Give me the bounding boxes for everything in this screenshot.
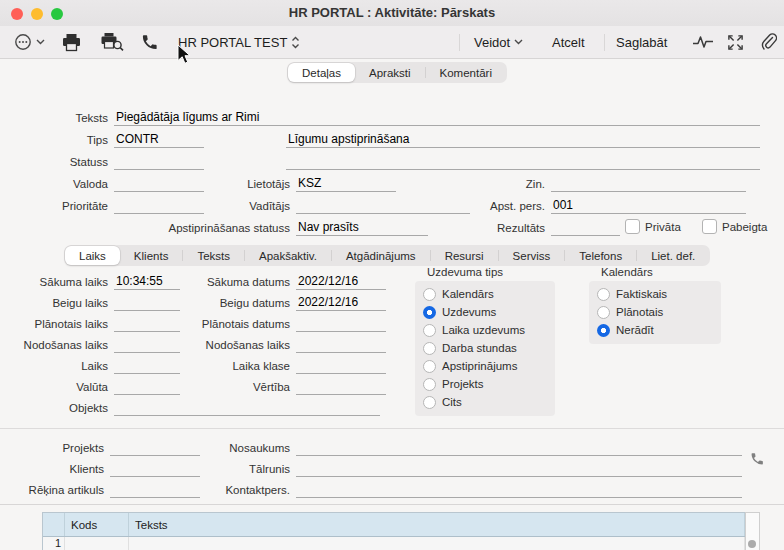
talrunis-input[interactable] [296, 461, 742, 477]
planotais-laiks-input[interactable] [114, 316, 180, 332]
close-button[interactable] [11, 8, 23, 20]
call-button[interactable] [141, 26, 158, 58]
apst-pers-input[interactable]: 001 [551, 198, 746, 214]
sakuma-datums-label: Sākuma datums [186, 275, 296, 290]
subtab-resursi[interactable]: Resursi [431, 246, 498, 265]
dial-button[interactable] [750, 452, 764, 470]
vertiba-label: Vērtība [186, 380, 296, 395]
attachment-button[interactable] [761, 26, 777, 58]
subtab-atgadinajums[interactable]: Atgādinājums [332, 246, 430, 265]
create-dropdown[interactable]: Veidot [474, 26, 523, 58]
subtab-teksts[interactable]: Teksts [183, 246, 244, 265]
table-scrollbar[interactable] [745, 512, 760, 550]
save-button[interactable]: Saglabāt [616, 26, 667, 58]
scrollbar-thumb[interactable] [748, 540, 756, 548]
valoda-label: Valoda [8, 177, 114, 192]
pabeigta-checkbox[interactable]: Pabeigta [702, 219, 767, 234]
statuss-input[interactable] [114, 154, 204, 170]
planotais-datums-input[interactable] [296, 316, 386, 332]
kontaktpers-input[interactable] [296, 482, 742, 498]
teksts-label: Teksts [8, 111, 114, 126]
minimize-button[interactable] [31, 8, 43, 20]
valuta-input[interactable] [114, 379, 180, 395]
nodosanas-laiks2-input[interactable] [296, 337, 386, 353]
table-header-row: Kods Teksts [43, 513, 745, 537]
expand-button[interactable] [727, 26, 744, 58]
fullscreen-button[interactable] [51, 8, 63, 20]
main-tabs: Detaļas Apraksti Komentāri [287, 62, 507, 83]
print-preview-button[interactable] [100, 26, 125, 58]
apstiprinasanas-statuss-input[interactable]: Nav prasīts [296, 220, 428, 236]
vaditajs-input[interactable] [296, 198, 470, 214]
radio-cits[interactable]: Cits [415, 394, 555, 411]
nodosanas-laiks2-label: Nodošanas laiks [186, 338, 296, 353]
teksts-input[interactable]: Piegādātāja līgums ar Rimi [114, 110, 760, 126]
record-selector-label: HR PORTAL TEST [178, 35, 287, 50]
objekts-label: Objekts [8, 401, 114, 416]
lietotajs-input[interactable]: KSZ [296, 176, 396, 192]
kods-column-header[interactable]: Kods [65, 513, 129, 536]
cancel-button[interactable]: Atcelt [552, 26, 585, 58]
laiks-input[interactable] [114, 358, 180, 374]
tab-komentari[interactable]: Komentāri [426, 63, 506, 82]
radio-faktiskais[interactable]: Faktiskais [589, 286, 721, 303]
more-menu-button[interactable] [14, 26, 45, 58]
subtab-laiks[interactable]: Laiks [65, 246, 120, 265]
print-button[interactable] [61, 26, 82, 58]
radio-laika-uzdevums[interactable]: Laika uzdevums [415, 322, 555, 339]
zin-input[interactable] [551, 176, 746, 192]
projekts-label: Projekts [8, 441, 110, 456]
teksts-column-header[interactable]: Teksts [129, 513, 745, 536]
beigu-laiks-input[interactable] [114, 295, 180, 311]
laika-klase-input[interactable] [296, 358, 386, 374]
radio-dot [423, 342, 436, 355]
radio-projekts[interactable]: Projekts [415, 376, 555, 393]
nodosanas-laiks-input[interactable] [114, 337, 180, 353]
sakuma-datums-input[interactable]: 2022/12/16 [296, 274, 386, 290]
radio-uzdevums[interactable]: Uzdevums [415, 304, 555, 321]
vaditajs-label: Vadītājs [186, 199, 296, 214]
subtab-serviss[interactable]: Serviss [499, 246, 565, 265]
tips-input[interactable]: CONTR [114, 132, 204, 148]
subtab-apaksaktiv[interactable]: Apakšaktiv. [245, 246, 331, 265]
tab-detalas[interactable]: Detaļas [288, 63, 355, 82]
phone-icon [750, 452, 764, 466]
record-selector[interactable]: HR PORTAL TEST [178, 26, 300, 58]
statuss-description-field[interactable] [286, 154, 760, 170]
subtab-telefons[interactable]: Telefons [565, 246, 636, 265]
nosaukums-label: Nosaukums [186, 441, 296, 456]
radio-darba-stundas[interactable]: Darba stundas [415, 340, 555, 357]
activity-button[interactable] [692, 26, 714, 58]
apstiprinasanas-statuss-label: Apstiprināšanas statuss [106, 221, 296, 236]
objekts-input[interactable] [114, 400, 380, 416]
expand-icon [727, 34, 744, 51]
radio-planotais[interactable]: Plānotais [589, 304, 721, 321]
valuta-label: Valūta [8, 380, 114, 395]
beigu-datums-input[interactable]: 2022/12/16 [296, 295, 386, 311]
subtab-liet-def[interactable]: Liet. def. [637, 246, 709, 265]
teksts-cell[interactable] [129, 537, 745, 550]
sakuma-laiks-label: Sākuma laiks [8, 275, 114, 290]
toolbar-separator [604, 34, 605, 51]
beigu-laiks-label: Beigu laiks [8, 296, 114, 311]
radio-neradit[interactable]: Nerādīt [589, 322, 721, 339]
subtab-klients[interactable]: Klients [120, 246, 183, 265]
tab-apraksti[interactable]: Apraksti [355, 63, 425, 82]
nosaukums-input[interactable] [296, 440, 742, 456]
section-divider [0, 504, 784, 505]
nodosanas-laiks-label: Nodošanas laiks [8, 338, 114, 353]
radio-dot [597, 324, 610, 337]
kalendars-title: Kalendārs [601, 266, 653, 278]
tips-description-field[interactable]: Līgumu apstiprināšana [286, 132, 760, 148]
radio-dot [423, 306, 436, 319]
table-row[interactable]: 1 [43, 537, 745, 550]
radio-kalendars[interactable]: Kalendārs [415, 286, 555, 303]
kontaktpers-label: Kontaktpers. [186, 483, 296, 498]
kods-cell[interactable] [65, 537, 129, 550]
lietotajs-label: Lietotājs [186, 177, 296, 192]
vertiba-input[interactable] [296, 379, 386, 395]
privata-checkbox[interactable]: Privāta [625, 219, 681, 234]
radio-apstiprinajums[interactable]: Apstiprinājums [415, 358, 555, 375]
rezultats-input[interactable] [551, 220, 620, 236]
sakuma-laiks-input[interactable]: 10:34:55 [114, 274, 180, 290]
